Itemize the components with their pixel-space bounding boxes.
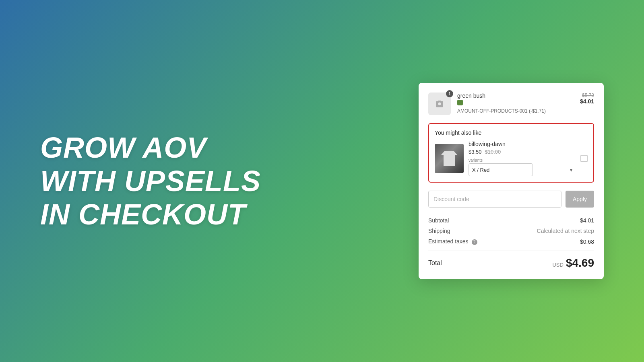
- upsell-details: billowing-dawn $3.50 $10.00 variants X /…: [469, 141, 576, 176]
- product-name: green bush: [457, 93, 574, 99]
- total-right: USD $4.69: [552, 257, 594, 269]
- product-price-col: $5.72 $4.01: [580, 93, 594, 105]
- discount-code-input[interactable]: [428, 191, 561, 208]
- total-label: Total: [428, 259, 442, 267]
- shipping-value: Calculated at next step: [537, 228, 594, 234]
- total-row: Total USD $4.69: [428, 257, 594, 269]
- product-price-original: $5.72: [580, 93, 594, 98]
- upsell-box: You might also like billowing-dawn $3.50…: [428, 123, 594, 183]
- product-info: green bush AMOUNT-OFF-PRODUCTS-001 (-$1.…: [457, 93, 574, 114]
- chevron-down-icon: ▾: [570, 167, 572, 173]
- product-discount-code: AMOUNT-OFF-PRODUCTS-001 (-$1.71): [457, 108, 574, 114]
- variant-label: variants: [469, 158, 576, 162]
- upsell-prices: $3.50 $10.00: [469, 149, 576, 155]
- camera-icon: [435, 99, 444, 109]
- upsell-price-new: $3.50: [469, 149, 482, 155]
- taxes-value: $0.68: [580, 239, 594, 245]
- hero-line1: GROW AOV: [40, 131, 261, 165]
- tshirt-art: [435, 144, 464, 173]
- upsell-product: billowing-dawn $3.50 $10.00 variants X /…: [435, 141, 588, 176]
- upsell-image-inner: [435, 144, 464, 173]
- shipping-label: Shipping: [428, 228, 450, 234]
- total-currency: USD: [552, 262, 563, 268]
- product-tag-icon: [457, 100, 463, 105]
- subtotal-label: Subtotal: [428, 217, 449, 224]
- variant-select[interactable]: X / Red: [469, 163, 533, 176]
- summary-divider: [428, 251, 594, 251]
- apply-discount-button[interactable]: Apply: [566, 191, 594, 208]
- product-image-wrap: 1: [428, 93, 451, 115]
- total-amount: $4.69: [566, 257, 594, 269]
- upsell-product-image: [435, 144, 464, 173]
- upsell-price-old: $10.00: [485, 149, 501, 155]
- hero-line3: IN CHECKOUT: [40, 197, 261, 231]
- upsell-add-checkbox[interactable]: [580, 155, 588, 162]
- subtotal-value: $4.01: [580, 217, 594, 224]
- hero-line2: WITH UPSELLS: [40, 165, 261, 198]
- taxes-row: Estimated taxes ? $0.68: [428, 238, 594, 245]
- upsell-title: You might also like: [435, 130, 588, 136]
- product-quantity-badge: 1: [446, 90, 453, 97]
- taxes-info-icon[interactable]: ?: [472, 239, 477, 245]
- shipping-row: Shipping Calculated at next step: [428, 228, 594, 234]
- subtotal-row: Subtotal $4.01: [428, 217, 594, 224]
- checkout-panel: 1 green bush AMOUNT-OFF-PRODUCTS-001 (-$…: [419, 83, 604, 279]
- discount-row: Apply: [428, 191, 594, 208]
- upsell-product-name: billowing-dawn: [469, 141, 576, 147]
- product-price-current: $4.01: [580, 98, 594, 105]
- hero-text: GROW AOV WITH UPSELLS IN CHECKOUT: [40, 131, 261, 231]
- taxes-label: Estimated taxes ?: [428, 238, 477, 245]
- cart-product: 1 green bush AMOUNT-OFF-PRODUCTS-001 (-$…: [428, 93, 594, 115]
- variant-select-wrap: variants X / Red ▾: [469, 158, 576, 176]
